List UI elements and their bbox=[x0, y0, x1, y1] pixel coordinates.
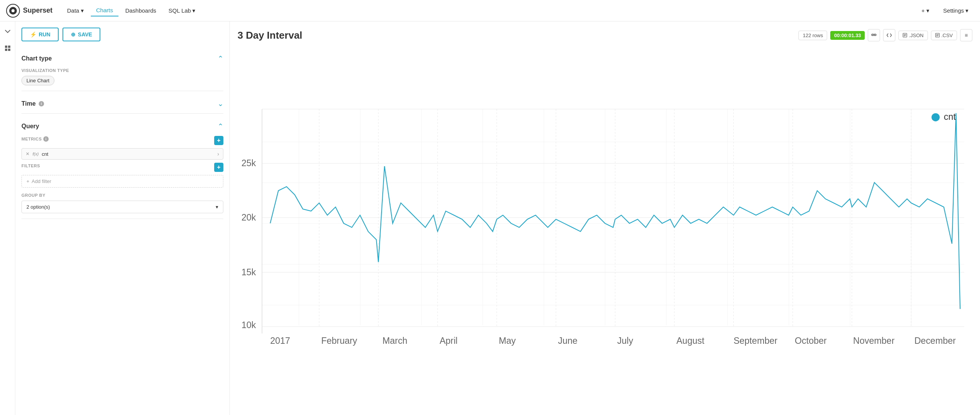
chart-meta: 122 rows 00:00:01.33 .JSON bbox=[798, 29, 972, 41]
viz-type-badge[interactable]: Line Chart bbox=[21, 76, 54, 85]
add-metric-button[interactable]: + bbox=[214, 136, 223, 145]
svg-text:February: February bbox=[321, 336, 357, 346]
export-csv-button[interactable]: .CSV bbox=[931, 31, 957, 40]
chart-area: 25k 20k 15k 10k 2017 February Mar bbox=[238, 47, 972, 407]
time-header[interactable]: Time i ⌄ bbox=[21, 94, 223, 113]
nav-sqllab[interactable]: SQL Lab ▾ bbox=[163, 5, 201, 16]
metric-fx-icon: f(x) bbox=[33, 152, 39, 156]
chart-type-content: VISUALIZATION TYPE Line Chart bbox=[21, 68, 223, 91]
svg-text:July: July bbox=[617, 336, 633, 346]
navbar: Superset Data ▾ Charts Dashboards SQL La… bbox=[0, 0, 980, 21]
settings-button[interactable]: Settings ▾ bbox=[938, 5, 974, 16]
metrics-row-header: METRICS i + bbox=[21, 136, 223, 145]
plus-icon: + bbox=[26, 178, 29, 184]
filters-row-header: FILTERS + bbox=[21, 163, 223, 172]
svg-text:October: October bbox=[795, 336, 827, 346]
nav-dashboards[interactable]: Dashboards bbox=[120, 5, 162, 16]
add-filter-button[interactable]: + bbox=[214, 163, 223, 172]
remove-metric-button[interactable]: ✕ bbox=[26, 151, 29, 157]
query-section: Query ⌃ METRICS i + ✕ f(x) cn bbox=[21, 117, 223, 219]
svg-text:November: November bbox=[853, 336, 895, 346]
svg-text:June: June bbox=[558, 336, 577, 346]
time-badge: 00:00:01.33 bbox=[830, 31, 865, 40]
group-by-label: GROUP BY bbox=[21, 193, 223, 198]
svg-text:March: March bbox=[382, 336, 407, 346]
sidebar-expand-icon[interactable] bbox=[2, 26, 13, 37]
main-layout: ⚡ RUN ⊕ SAVE Chart type ⌃ VISUALIZATION … bbox=[0, 21, 980, 415]
add-filter-row[interactable]: + Add filter bbox=[21, 175, 223, 188]
svg-point-2 bbox=[11, 9, 15, 12]
chevron-down-icon: ▾ bbox=[81, 7, 84, 14]
metric-arrow-icon[interactable]: › bbox=[217, 151, 219, 157]
chevron-down-icon: ▾ bbox=[216, 204, 218, 210]
metrics-info-icon: i bbox=[43, 136, 49, 142]
chevron-down-icon: ▾ bbox=[965, 7, 969, 14]
svg-rect-3 bbox=[5, 46, 7, 48]
chevron-down-icon: ▾ bbox=[192, 7, 195, 14]
chart-title: 3 Day Interval bbox=[238, 29, 792, 41]
svg-rect-15 bbox=[262, 109, 964, 325]
svg-rect-6 bbox=[8, 49, 10, 51]
filters-label: FILTERS bbox=[21, 163, 40, 168]
metric-item: ✕ f(x) cnt › bbox=[21, 148, 223, 160]
info-icon: i bbox=[39, 101, 44, 106]
svg-text:cnt: cnt bbox=[944, 112, 956, 122]
svg-text:25k: 25k bbox=[241, 158, 256, 168]
chevron-up-icon: ⌃ bbox=[218, 122, 223, 131]
toolbar: ⚡ RUN ⊕ SAVE bbox=[21, 28, 223, 41]
svg-text:December: December bbox=[914, 336, 956, 346]
left-panel: ⚡ RUN ⊕ SAVE Chart type ⌃ VISUALIZATION … bbox=[15, 21, 230, 415]
svg-text:August: August bbox=[676, 336, 704, 346]
run-button[interactable]: ⚡ RUN bbox=[21, 28, 59, 41]
export-json-button[interactable]: .JSON bbox=[898, 31, 928, 40]
svg-text:2017: 2017 bbox=[270, 336, 290, 346]
svg-rect-4 bbox=[8, 46, 10, 48]
nav-charts[interactable]: Charts bbox=[91, 5, 118, 16]
add-button[interactable]: + ▾ bbox=[916, 5, 935, 16]
chart-header: 3 Day Interval 122 rows 00:00:01.33 .JSO… bbox=[238, 29, 972, 41]
query-header[interactable]: Query ⌃ bbox=[21, 117, 223, 136]
nav-links: Data ▾ Charts Dashboards SQL Lab ▾ bbox=[62, 5, 201, 16]
metrics-label: METRICS i bbox=[21, 136, 49, 142]
save-button[interactable]: ⊕ SAVE bbox=[62, 28, 100, 41]
svg-text:15k: 15k bbox=[241, 267, 256, 277]
chart-type-section: Chart type ⌃ VISUALIZATION TYPE Line Cha… bbox=[21, 49, 223, 91]
sidebar-icons bbox=[0, 21, 15, 415]
sidebar-grid-icon[interactable] bbox=[2, 43, 13, 54]
chevron-up-icon: ⌃ bbox=[218, 54, 223, 63]
chevron-down-icon: ⌄ bbox=[218, 100, 223, 108]
chevron-down-icon: ▾ bbox=[926, 7, 929, 14]
nav-right: + ▾ Settings ▾ bbox=[916, 5, 974, 16]
line-chart-svg: 25k 20k 15k 10k 2017 February Mar bbox=[238, 47, 972, 407]
code-icon-button[interactable] bbox=[883, 29, 895, 41]
rows-badge: 122 rows bbox=[798, 31, 827, 40]
svg-point-49 bbox=[931, 113, 939, 121]
query-content: METRICS i + ✕ f(x) cnt › FILTE bbox=[21, 136, 223, 219]
group-by-wrapper: GROUP BY 2 option(s) ▾ bbox=[21, 193, 223, 213]
svg-text:10k: 10k bbox=[241, 320, 256, 330]
svg-text:May: May bbox=[499, 336, 516, 346]
brand-name: Superset bbox=[23, 7, 52, 15]
plus-circle-icon: ⊕ bbox=[71, 31, 75, 38]
group-by-select[interactable]: 2 option(s) ▾ bbox=[21, 201, 223, 213]
chart-type-header[interactable]: Chart type ⌃ bbox=[21, 49, 223, 68]
svg-rect-5 bbox=[5, 49, 7, 51]
superset-logo-icon bbox=[6, 4, 20, 18]
link-icon-button[interactable] bbox=[868, 29, 880, 41]
bolt-icon: ⚡ bbox=[30, 31, 36, 38]
right-panel: 3 Day Interval 122 rows 00:00:01.33 .JSO… bbox=[230, 21, 980, 415]
time-section: Time i ⌄ bbox=[21, 94, 223, 114]
brand-logo: Superset bbox=[6, 4, 52, 18]
nav-data[interactable]: Data ▾ bbox=[62, 5, 89, 16]
svg-text:20k: 20k bbox=[241, 212, 256, 222]
svg-text:September: September bbox=[734, 336, 778, 346]
more-options-button[interactable]: ≡ bbox=[960, 29, 972, 41]
svg-text:April: April bbox=[439, 336, 457, 346]
